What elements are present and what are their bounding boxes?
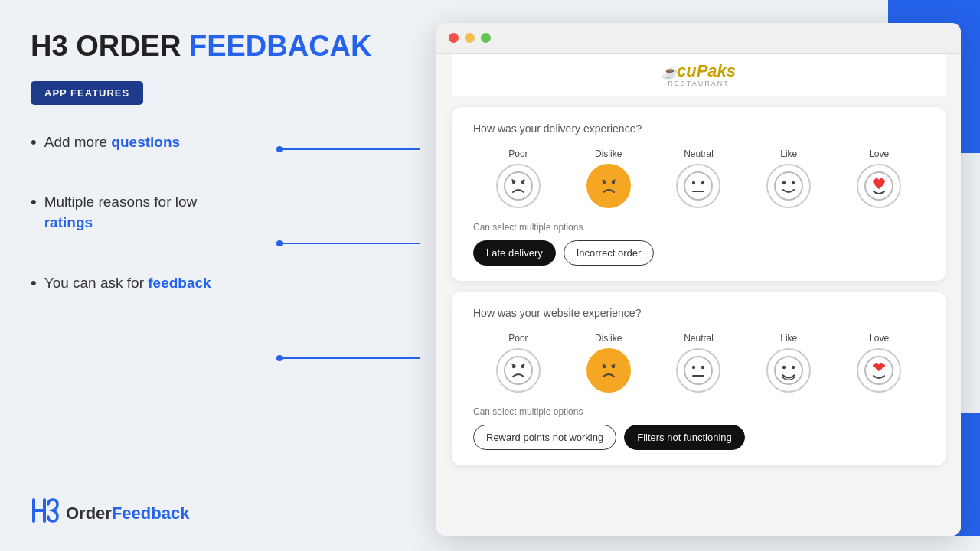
delivery-emoji-row: Poor Dislike (473, 148, 924, 208)
incorrect-order-btn[interactable]: Incorrect order (564, 240, 655, 266)
reward-points-btn[interactable]: Reward points not working (473, 425, 616, 450)
emoji-like-2[interactable]: Like (766, 333, 811, 393)
bottom-logo: OrderFeedback (31, 498, 189, 528)
page-title: H3 ORDER FEEDBACAK (31, 31, 375, 63)
svg-point-34 (792, 366, 795, 369)
svg-point-6 (505, 172, 532, 200)
svg-point-12 (684, 172, 712, 200)
emoji-face-love-2[interactable] (857, 348, 901, 393)
svg-point-13 (692, 181, 695, 184)
emoji-face-love-1[interactable] (857, 164, 901, 208)
svg-point-33 (782, 366, 786, 369)
left-panel: H3 ORDER FEEDBACAK APP FEATURES Add more… (0, 0, 406, 551)
delivery-question: How was your delivery experience? (473, 122, 924, 135)
delivery-options-label: Can select multiple options (473, 222, 924, 233)
emoji-face-poor-2[interactable] (496, 348, 541, 393)
svg-point-25 (595, 357, 622, 384)
emoji-face-dislike-2[interactable] (586, 348, 631, 393)
emoji-like-1[interactable]: Like (766, 148, 811, 208)
emoji-poor-2[interactable]: Poor (496, 333, 541, 393)
emoji-neutral-2[interactable]: Neutral (676, 333, 720, 393)
browser-topbar (436, 23, 961, 54)
website-options-label: Can select multiple options (473, 406, 924, 417)
emoji-face-like-1[interactable] (766, 164, 811, 208)
feature-item-1: Add more questions (31, 132, 375, 153)
emoji-love-2[interactable]: Love (857, 333, 901, 393)
emoji-face-dislike-1[interactable] (586, 164, 631, 208)
filters-functioning-btn[interactable]: Filters not functioning (624, 425, 745, 450)
delivery-card: How was your delivery experience? Poor (452, 107, 946, 281)
browser-dot-green[interactable] (481, 33, 491, 43)
late-delivery-btn[interactable]: Late delivery (473, 240, 556, 266)
emoji-face-like-2[interactable] (766, 348, 811, 393)
feature-list: Add more questions Multiple reasons for … (31, 132, 375, 293)
emoji-face-neutral-2[interactable] (676, 348, 720, 393)
app-logo-bar: ☕cuPaks RESTAURANT (452, 54, 946, 96)
emoji-neutral-1[interactable]: Neutral (676, 148, 720, 208)
feature-item-2: Multiple reasons for low ratings (31, 192, 375, 233)
logo-feedback: Feedback (112, 504, 190, 523)
browser-window: ☕cuPaks RESTAURANT How was your delivery… (436, 23, 961, 536)
website-option-buttons: Reward points not working Filters not fu… (473, 425, 924, 450)
website-card: How was your website experience? Poor (452, 292, 946, 465)
website-question: How was your website experience? (473, 307, 924, 319)
logo-order: Order (66, 504, 112, 523)
svg-point-17 (782, 181, 786, 184)
browser-dot-yellow[interactable] (465, 33, 475, 43)
feature-item-3: You can ask for feedback (31, 273, 375, 294)
svg-point-21 (882, 180, 885, 183)
emoji-poor-1[interactable]: Poor (496, 148, 541, 208)
svg-point-29 (692, 366, 695, 369)
emoji-face-poor-1[interactable] (496, 164, 541, 208)
emoji-dislike-1[interactable]: Dislike (586, 148, 631, 208)
svg-point-16 (775, 172, 802, 200)
svg-point-28 (684, 357, 712, 384)
emoji-face-neutral-1[interactable] (676, 164, 720, 208)
website-emoji-row: Poor Dislike (473, 333, 924, 393)
browser-content: ☕cuPaks RESTAURANT How was your delivery… (436, 54, 961, 536)
svg-point-9 (595, 172, 622, 200)
app-features-badge: APP FEATURES (31, 81, 143, 105)
emoji-love-1[interactable]: Love (857, 148, 901, 208)
browser-dot-red[interactable] (449, 33, 459, 43)
delivery-option-buttons: Late delivery Incorrect order (473, 240, 924, 266)
svg-point-30 (701, 366, 704, 369)
svg-point-14 (701, 181, 704, 184)
svg-point-20 (873, 180, 876, 183)
svg-point-18 (792, 181, 795, 184)
emoji-dislike-2[interactable]: Dislike (586, 333, 631, 393)
svg-point-22 (505, 357, 532, 384)
right-panel: ☕cuPaks RESTAURANT How was your delivery… (429, 8, 972, 543)
app-logo: ☕cuPaks RESTAURANT (662, 63, 736, 87)
